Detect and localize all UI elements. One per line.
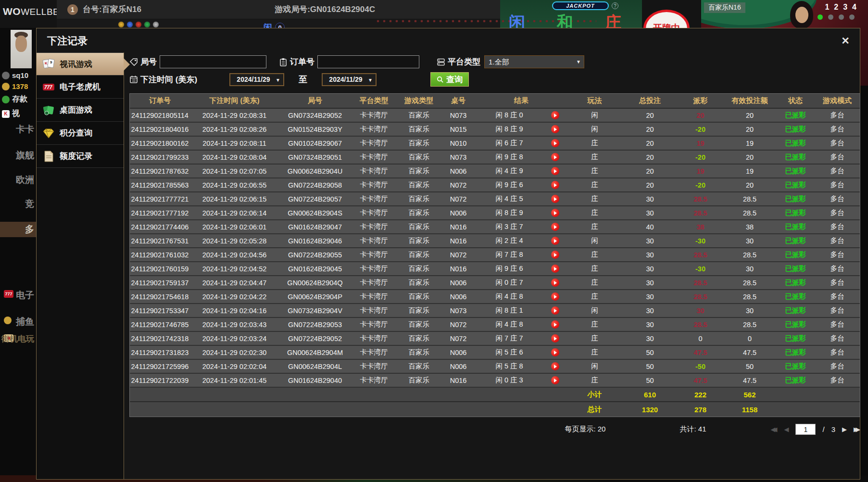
- avatar[interactable]: [11, 30, 32, 68]
- cell-platform: 卡卡湾厅: [351, 194, 397, 203]
- tab-slots[interactable]: 777 电子老虎机: [37, 76, 124, 99]
- tab-table-games[interactable]: 桌面游戏: [37, 99, 124, 122]
- close-icon[interactable]: ✕: [839, 34, 852, 48]
- cell-result: 闲 9 庄 8: [476, 152, 543, 162]
- nav-item-sports[interactable]: 竞: [0, 198, 36, 210]
- screen: WOWELLBET 1 台号:百家乐N16 游戏局号:GN01624B2904C…: [0, 0, 868, 482]
- page-number-input[interactable]: [795, 424, 816, 435]
- cell-table-number: N006: [441, 279, 476, 287]
- tab-points[interactable]: 积分查询: [37, 122, 124, 145]
- cell-round-number: GN01024B29067: [279, 140, 351, 147]
- balance-label: 1378: [12, 82, 28, 90]
- cell-total-bet: 30: [622, 251, 678, 259]
- replay-play-icon[interactable]: [551, 139, 559, 147]
- cell-game-type: 百家乐: [397, 194, 441, 203]
- cell-bet-time: 2024-11-29 02:06:01: [190, 223, 279, 231]
- jackpot-help-icon[interactable]: ?: [612, 2, 618, 9]
- replay-play-icon[interactable]: [551, 306, 559, 315]
- tab-video-games[interactable]: K 9 视讯游戏: [37, 52, 124, 76]
- cell-round-number: GN07324B29052: [279, 112, 351, 119]
- camera-tab-1[interactable]: 1: [825, 3, 829, 12]
- replay-play-icon[interactable]: [551, 320, 559, 329]
- replay-play-icon[interactable]: [551, 209, 559, 217]
- chip-icon[interactable]: [126, 21, 133, 28]
- prev-page-icon[interactable]: ◀: [784, 426, 789, 433]
- table-row: 241129021777192 2024-11-29 02:06:14 GN00…: [130, 206, 860, 220]
- cell-table-number: N073: [441, 307, 476, 315]
- pagination-bar: 每页显示: 20 共计: 41 ◀◀ ◀ / 3 ▶ ▶▶: [129, 424, 860, 435]
- replay-play-icon[interactable]: [551, 153, 559, 161]
- replay-play-icon[interactable]: [551, 279, 559, 287]
- replay-play-icon[interactable]: [551, 181, 559, 189]
- cell-game-type: 百家乐: [397, 111, 441, 120]
- replay-play-icon[interactable]: [551, 223, 559, 231]
- cell-result: 闲 4 庄 8: [476, 292, 543, 301]
- replay-play-icon[interactable]: [551, 292, 559, 301]
- chip-icon[interactable]: [118, 21, 125, 28]
- cell-total-bet: 30: [622, 321, 678, 329]
- replay-play-icon[interactable]: [551, 334, 559, 342]
- cell-platform: 卡卡湾厅: [351, 236, 397, 245]
- nav-item-slots[interactable]: 电子: [0, 289, 36, 302]
- video-nav-item[interactable]: K 视: [2, 109, 36, 119]
- cell-game-type: 百家乐: [397, 208, 441, 217]
- date-to-select[interactable]: 2024/11/29 ▼: [322, 73, 377, 86]
- cell-payout: -50: [678, 363, 723, 370]
- filters: 局号 订单号 平台类型 1.全部 ▼: [125, 49, 860, 87]
- platform-type-select[interactable]: 1.全部 ▼: [484, 55, 584, 68]
- round-number-input[interactable]: [160, 55, 266, 68]
- camera-tab-2[interactable]: 2: [834, 3, 838, 12]
- cards-icon: K 9: [42, 58, 55, 70]
- replay-play-icon[interactable]: [551, 265, 559, 273]
- nav-item-kaka[interactable]: 卡卡: [0, 123, 36, 136]
- replay-play-icon[interactable]: [551, 348, 559, 356]
- modal-tab-list: K 9 视讯游戏 777 电子老虎机 桌面游戏: [37, 52, 124, 479]
- cell-result: 闲 7 庄 7: [476, 334, 543, 343]
- replay-play-icon[interactable]: [551, 362, 559, 370]
- cell-status: 已派彩: [776, 194, 815, 203]
- cell-play-type: 庄: [567, 222, 622, 231]
- cell-platform: 卡卡湾厅: [351, 222, 397, 231]
- camera-tab-4[interactable]: 4: [852, 3, 856, 12]
- deposit-button[interactable]: 存款: [2, 94, 36, 104]
- last-page-icon[interactable]: ▶▶: [854, 426, 857, 433]
- chip-buttons[interactable]: [118, 21, 159, 28]
- replay-play-icon[interactable]: [551, 111, 559, 119]
- cards-icon: K: [2, 110, 10, 118]
- camera-tabs[interactable]: 1 2 3 4: [825, 3, 856, 12]
- order-number-input[interactable]: [317, 55, 419, 68]
- cell-status: 已派彩: [776, 376, 815, 385]
- nav-item-flagship[interactable]: 旗舰: [0, 149, 36, 162]
- search-button[interactable]: 查询: [430, 72, 469, 87]
- cell-order-number: 241129021799233: [130, 153, 190, 161]
- first-page-icon[interactable]: ◀◀: [770, 426, 774, 433]
- camera-tab-3[interactable]: 3: [843, 3, 847, 12]
- nav-item-arcade[interactable]: 街机电玩: [0, 333, 36, 344]
- next-page-icon[interactable]: ▶: [842, 426, 847, 433]
- chip-icon[interactable]: [144, 21, 151, 28]
- replay-play-icon[interactable]: [551, 237, 559, 245]
- nav-item-europe[interactable]: 欧洲: [0, 174, 36, 186]
- date-from-select[interactable]: 2024/11/29 ▼: [229, 73, 284, 86]
- tab-label: 积分查询: [60, 127, 92, 139]
- replay-play-icon[interactable]: [551, 167, 559, 175]
- nav-item-fishing[interactable]: 捕鱼: [0, 316, 36, 328]
- cell-platform: 卡卡湾厅: [351, 278, 397, 287]
- replay-play-icon[interactable]: [551, 195, 559, 203]
- round-filter-text: 局号: [140, 56, 157, 67]
- chip-icon[interactable]: [152, 21, 159, 28]
- replay-play-icon[interactable]: [551, 251, 559, 259]
- chip-icon[interactable]: [135, 21, 142, 28]
- tab-quota-records[interactable]: 额度记录: [37, 145, 124, 168]
- cell-payout: 28.5: [678, 279, 723, 287]
- cell-game-mode: 多台: [815, 194, 860, 203]
- svg-text:777: 777: [44, 85, 52, 90]
- cell-total-bet: 20: [622, 153, 678, 161]
- cell-table-number: N072: [441, 181, 476, 189]
- table-row: 241129021754618 2024-11-29 02:04:22 GN00…: [130, 290, 860, 304]
- replay-play-icon[interactable]: [551, 125, 559, 133]
- replay-play-icon[interactable]: [551, 376, 559, 384]
- cell-play-type: 庄: [567, 278, 622, 287]
- nav-item-multi[interactable]: 多: [0, 222, 36, 237]
- jackpot-badge[interactable]: JACKPOT: [552, 1, 609, 10]
